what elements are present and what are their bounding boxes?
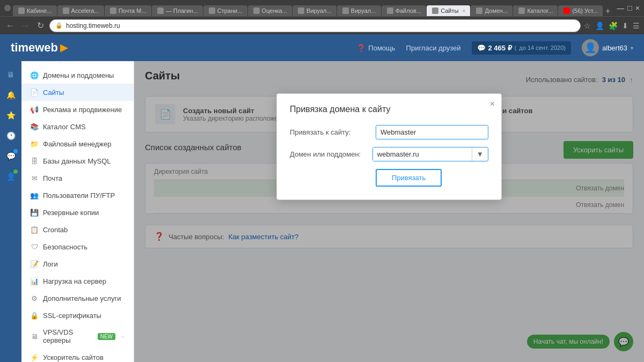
sidebar-item-users[interactable]: 👥 Пользователи ПУ/FTP: [21, 187, 134, 204]
browser-tab-youtube[interactable]: (56) Уст...: [558, 5, 603, 16]
tab-label: Файлов...: [396, 8, 421, 14]
tab-label: Страни...: [217, 8, 243, 14]
sidebar-item-ads[interactable]: 📢 Реклама и продвижение: [21, 101, 134, 118]
browser-tab-kabinet[interactable]: Кабине...: [13, 5, 57, 16]
tab-label: Каталог...: [527, 8, 553, 14]
add-tab-button[interactable]: +: [605, 6, 610, 16]
browser-actions: — □ ×: [617, 4, 640, 12]
sidebar-item-logs[interactable]: 📝 Логи: [21, 255, 134, 272]
sidebar-item-filemanager[interactable]: 📁 Файловый менеджер: [21, 135, 134, 152]
vps-badge: NEW: [98, 333, 115, 340]
tab-icon: [564, 8, 570, 14]
balance-icon: 💬: [477, 44, 486, 52]
tab-label: Вируал...: [306, 8, 332, 14]
browser-tab-files[interactable]: Файлов...: [382, 5, 427, 16]
backup-icon: 💾: [30, 208, 39, 217]
person-icon-btn[interactable]: 👤: [3, 168, 19, 184]
download-icon[interactable]: ⬇: [622, 21, 628, 30]
refresh-button[interactable]: ↻: [34, 20, 46, 31]
invite-link[interactable]: Пригласи друзей: [406, 44, 461, 52]
address-bar[interactable]: 🔒 hosting.timeweb.ru: [49, 19, 581, 32]
users-icon: 👥: [30, 191, 39, 200]
tab-icon: [387, 8, 393, 14]
browser-tab-virtual2[interactable]: Вируал...: [337, 5, 381, 16]
monitor-icon-btn[interactable]: 🖥: [3, 67, 19, 83]
bookmark-icon[interactable]: ☆: [584, 21, 591, 30]
browser-tab-mail[interactable]: Почта М...: [105, 5, 151, 16]
tab-icon: [209, 8, 215, 14]
tab-label: — Плагин...: [166, 8, 198, 14]
help-link[interactable]: ❓ Помощь: [357, 44, 395, 52]
sidebar-item-domains[interactable]: 🌐 Домены и поддомены: [21, 67, 134, 84]
browser-tab-page[interactable]: Страни...: [203, 5, 247, 16]
close-icon[interactable]: ×: [635, 4, 640, 12]
sidebar-item-extra[interactable]: ⚙ Дополнительные услуги: [21, 290, 134, 307]
browser-tab-domains[interactable]: Домен...: [471, 5, 513, 16]
modal-overlay: Привязка домена к сайту × Привязать к са…: [134, 61, 644, 362]
sites-icon: 📄: [30, 88, 39, 97]
user-dropdown-icon[interactable]: ▾: [631, 45, 633, 51]
tab-icon: [157, 8, 164, 14]
back-button[interactable]: ←: [4, 21, 16, 31]
chat-icon-btn[interactable]: 💬: [3, 148, 19, 164]
browser-tab-virtual1[interactable]: Вируал...: [292, 5, 336, 16]
tab-label: Домен...: [485, 8, 508, 14]
logo-text: timeweb: [11, 41, 58, 55]
maximize-icon[interactable]: □: [627, 4, 632, 12]
menu-icon[interactable]: ☰: [633, 21, 640, 30]
tab-label: Accelera...: [71, 8, 99, 14]
modal-close-button[interactable]: ×: [490, 99, 495, 109]
browser-tab-sites[interactable]: Сайты ×: [427, 5, 470, 16]
bell-icon-btn[interactable]: 🔔: [3, 87, 19, 103]
sidebar-label-extra: Дополнительные услуги: [43, 294, 121, 302]
header-balance[interactable]: 💬 2 465 ₽ ( до 14 сент. 2020): [472, 41, 571, 55]
sidebar-item-sites[interactable]: 📄 Сайты: [21, 84, 134, 101]
browser-tab-catalog[interactable]: Каталог...: [513, 5, 558, 16]
content-area: 🖥 🔔 ⭐ 🕐 💬 👤 🌐 Домены и поддомены 📄 Сайты…: [0, 61, 644, 362]
user-icon[interactable]: 👤: [595, 21, 604, 30]
logo: timeweb ▶: [11, 41, 68, 55]
forward-button[interactable]: →: [19, 21, 31, 31]
sidebar-item-security[interactable]: 🛡 Безопасность: [21, 238, 134, 255]
extension-icon[interactable]: 🧩: [609, 21, 618, 30]
user-avatar: 👤: [582, 39, 599, 56]
balance-date: (: [515, 45, 517, 51]
ads-icon: 📢: [30, 105, 39, 114]
site-input[interactable]: [376, 125, 488, 139]
tab-icon: [63, 8, 69, 14]
sidebar-item-crontab[interactable]: 📋 Crontab: [21, 221, 134, 238]
clock-icon-btn[interactable]: 🕐: [3, 128, 19, 144]
minimize-icon[interactable]: —: [617, 4, 624, 12]
domain-input[interactable]: [373, 147, 472, 161]
load-icon: 📊: [30, 277, 39, 285]
browser-tab-plugin[interactable]: — Плагин...: [152, 5, 203, 16]
sidebar-item-mysql[interactable]: 🗄 Базы данных MySQL: [21, 152, 134, 169]
tab-icon: [518, 8, 525, 14]
sidebar-item-mail[interactable]: ✉ Почта: [21, 169, 134, 187]
form-row-site: Привязать к сайту:: [290, 125, 488, 139]
sidebar-item-cms[interactable]: 📚 Каталог CMS: [21, 118, 134, 135]
sidebar-item-ssl[interactable]: 🔒 SSL-сертификаты: [21, 307, 134, 324]
sidebar-label-vps: VPS/VDS серверы: [43, 328, 93, 344]
user-name[interactable]: albert63: [602, 44, 627, 52]
bind-domain-button[interactable]: Привязать: [376, 169, 442, 187]
star-icon-btn[interactable]: ⭐: [3, 107, 19, 123]
tab-close-icon[interactable]: ×: [462, 8, 465, 14]
browser-chrome: Кабине... Accelera... Почта М... — Плаги…: [0, 0, 644, 16]
form-label-domain: Домен или поддомен:: [290, 150, 372, 158]
mysql-icon: 🗄: [30, 157, 39, 165]
sidebar-item-load[interactable]: 📊 Нагрузка на сервер: [21, 272, 134, 290]
domain-dropdown-button[interactable]: ▼: [472, 147, 488, 161]
icons-bar: 🖥 🔔 ⭐ 🕐 💬 👤: [0, 61, 21, 362]
browser-tab-ocenka[interactable]: Оценка...: [248, 5, 292, 16]
tab-label: Вируал...: [351, 8, 376, 14]
url-display: hosting.timeweb.ru: [66, 22, 575, 29]
sidebar-label-sites: Сайты: [43, 88, 64, 97]
sidebar-item-vps[interactable]: 🖥 VPS/VDS серверы NEW →: [21, 324, 134, 349]
sidebar-item-backup[interactable]: 💾 Резервные копии: [21, 204, 134, 221]
sidebar-label-mysql: Базы данных MySQL: [43, 157, 111, 165]
sidebar-item-accelerator[interactable]: ⚡ Ускоритель сайтов: [21, 349, 134, 362]
balance-date-val: до 14 сент. 2020): [519, 45, 566, 51]
browser-tab-accelera[interactable]: Accelera...: [57, 5, 104, 16]
security-icon: 🛡: [30, 242, 39, 251]
